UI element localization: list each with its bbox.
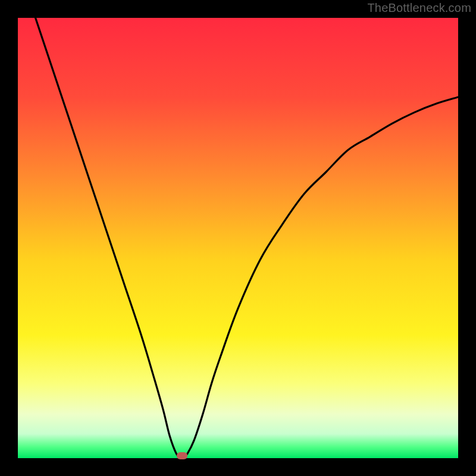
plot-area bbox=[18, 18, 458, 458]
watermark-text: TheBottleneck.com bbox=[367, 1, 471, 15]
optimal-point-marker bbox=[177, 452, 187, 459]
chart-frame: TheBottleneck.com bbox=[0, 0, 476, 476]
bottleneck-curve bbox=[18, 18, 458, 458]
